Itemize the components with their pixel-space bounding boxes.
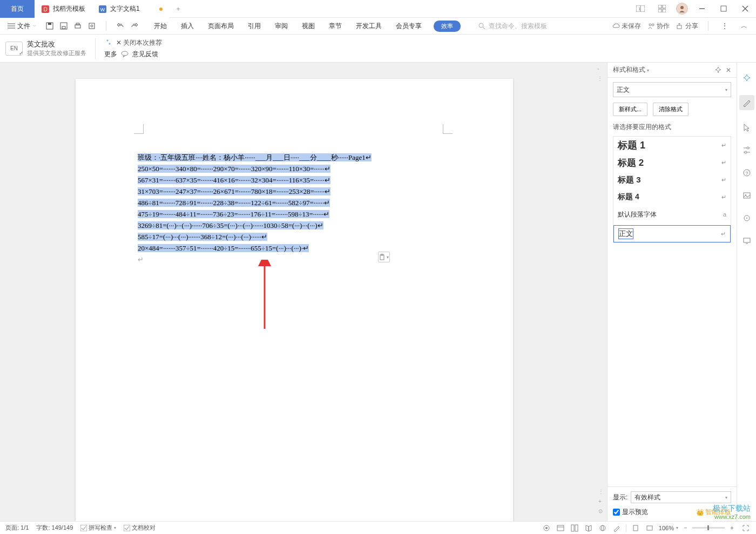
style-item-1[interactable]: 标题 2↵ [613,154,731,171]
pen-tool-icon[interactable] [739,95,754,110]
redo-icon[interactable] [128,19,141,32]
undo-icon[interactable] [114,19,127,32]
unsaved-action[interactable]: 未保存 [612,22,641,31]
search-command[interactable]: 查找命令、搜索模板 [478,21,547,32]
close-button[interactable] [734,0,756,18]
tab-view[interactable]: 视图 [300,21,317,32]
efficiency-pill[interactable]: 效率 [434,21,461,32]
svg-point-52 [545,527,548,529]
svg-rect-59 [633,525,638,531]
clipboard-icon [379,254,386,260]
page-indicator[interactable]: 页面: 1/1 [5,524,29,532]
pin-icon[interactable] [715,66,721,74]
fit-width-icon[interactable] [645,523,654,533]
svg-rect-49 [80,525,87,531]
more-menu-icon[interactable]: ⋮ [718,19,731,32]
paste-options-button[interactable]: ▾ [378,252,390,262]
zoom-control[interactable]: 106%▾ － ＋ [659,523,737,533]
user-avatar[interactable] [676,3,688,15]
canvas-dots-icon[interactable]: ⋮ [598,489,606,496]
canvas-circle-icon[interactable]: ⊙ [598,508,606,516]
canvas-area[interactable]: ◦ ⋮ 班级：·五年级五班····姓名：杨小羊······___月___日···… [0,63,607,521]
page-mode-icon[interactable] [570,523,579,533]
collab-action[interactable]: 协作 [647,22,670,31]
target-tool-icon[interactable] [741,213,752,224]
tab-insert[interactable]: 插入 [179,21,196,32]
minimize-button[interactable] [691,0,713,18]
doc-icon: W [98,5,107,13]
english-correct-icon[interactable]: EN✓ [5,42,23,56]
tab-review[interactable]: 审阅 [273,21,290,32]
show-preview-checkbox[interactable]: 显示预览 [613,508,648,517]
word-count[interactable]: 字数: 149/149 [36,524,73,532]
style-item-2[interactable]: 标题 3↵ [613,171,731,188]
clear-format-button[interactable]: 清除格式 [653,103,688,116]
spell-check-toggle[interactable]: 拼写检查▾ [80,524,116,532]
svg-rect-22 [62,26,65,29]
sparkle-tool-icon[interactable] [741,72,752,83]
tab-start[interactable]: 开始 [152,21,169,32]
read-mode-icon[interactable] [556,523,565,533]
panel-title[interactable]: 样式和格式 ▾ [613,65,649,75]
settings-tool-icon[interactable] [741,145,752,156]
canvas-plus-icon[interactable]: + [598,498,606,506]
modified-dot-icon [159,8,163,11]
collapse-ribbon-icon[interactable]: ︿ [738,19,751,32]
edit-mode-icon[interactable] [612,523,622,533]
zoom-in-icon[interactable]: ＋ [727,523,737,533]
grid-icon[interactable] [651,0,673,18]
close-recommendation[interactable]: ✕ 关闭本次推荐 [116,38,162,48]
proof-toggle[interactable]: 文档校对 [124,524,156,532]
document-content[interactable]: 班级：·五年级五班····姓名：杨小羊······___月___日·····__… [138,152,372,265]
home-tab[interactable]: 首页 [0,0,35,18]
template-tab[interactable]: D 找稻壳模板 [35,0,92,18]
zoom-out-icon[interactable]: － [680,523,690,533]
ruler-pin-icon[interactable]: ◦ [597,66,605,73]
style-item-0[interactable]: 标题 1↵ [613,137,731,154]
tab-member[interactable]: 会员专享 [394,21,424,32]
fit-page-icon[interactable] [631,523,640,533]
help-tool-icon[interactable]: ? [741,167,752,178]
style-item-4[interactable]: 默认段落字体a [613,206,731,223]
tab-devtools[interactable]: 开发工具 [354,21,384,32]
document-tab[interactable]: W 文字文稿1 [92,0,169,18]
file-menu[interactable]: 文件﹀ [5,21,39,32]
svg-rect-23 [75,25,80,28]
show-filter-select[interactable]: 有效样式▾ [631,491,731,503]
fullscreen-icon[interactable] [741,523,751,533]
svg-line-28 [483,27,485,29]
english-correct-title[interactable]: 英文批改 [27,39,86,49]
tab-layout[interactable]: 页面布局 [206,21,236,32]
new-style-button[interactable]: 新样式... [613,103,647,116]
layout-mode-icon[interactable]: 1 [630,0,651,18]
screen-tool-icon[interactable] [741,235,752,246]
feedback-button[interactable]: 意见反馈 [132,50,158,59]
tab-references[interactable]: 引用 [246,21,263,32]
svg-rect-8 [663,5,666,8]
web-mode-icon[interactable] [598,523,608,533]
add-tab-button[interactable]: ＋ [169,0,187,17]
cursor-tool-icon[interactable] [741,122,752,133]
english-correct-sub: 提供英文批改修正服务 [27,49,86,57]
current-style-select[interactable]: 正文▾ [613,82,731,97]
image-tool-icon[interactable] [741,190,752,201]
book-mode-icon[interactable] [584,523,593,533]
sparkle-icon[interactable] [104,38,113,47]
tab-sections[interactable]: 章节 [327,21,344,32]
more-button[interactable]: 更多 [104,50,117,59]
panel-close-icon[interactable]: ✕ [726,66,731,74]
comment-icon [120,50,129,58]
title-bar: 首页 D 找稻壳模板 W 文字文稿1 ＋ 1 [0,0,756,18]
toolbar: EN✓ 英文批改 提供英文批改修正服务 ✕ 关闭本次推荐 更多 意见反馈 [0,35,756,63]
print-preview-icon[interactable] [85,19,98,32]
style-item-3[interactable]: 标题 4↵ [613,188,731,206]
print-icon[interactable] [71,19,84,32]
save-as-icon[interactable] [57,19,70,32]
style-item-5[interactable]: 正文↵ [613,225,731,242]
focus-mode-icon[interactable] [542,523,551,533]
ruler-dots-icon[interactable]: ⋮ [597,76,605,83]
maximize-button[interactable] [713,0,734,18]
share-action[interactable]: 分享 [676,22,698,31]
document-page[interactable]: 班级：·五年级五班····姓名：杨小羊······___月___日·····__… [76,79,513,521]
save-icon[interactable] [43,19,56,32]
